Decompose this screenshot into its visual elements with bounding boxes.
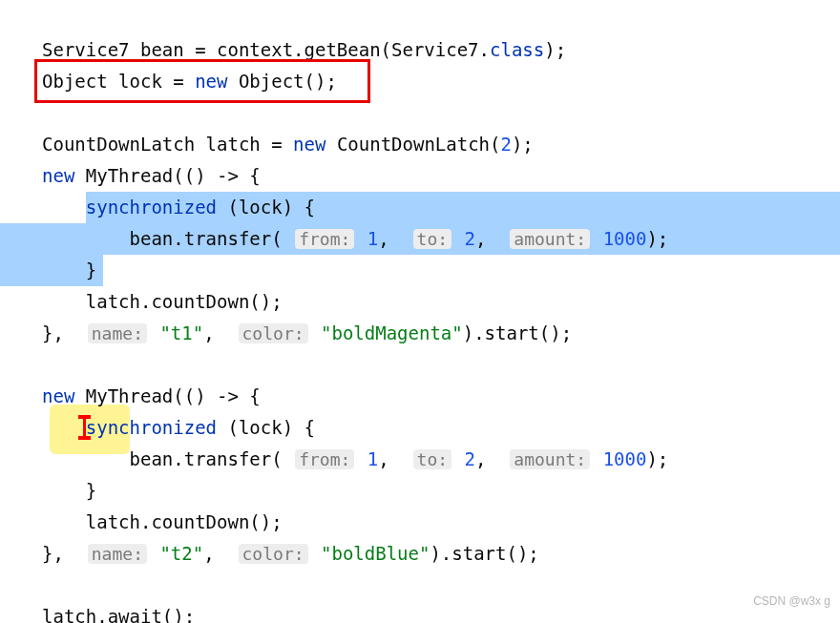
code-line[interactable]: synchronized (lock) { [0, 192, 840, 223]
param-hint-amount: amount: [510, 449, 590, 469]
code-line[interactable]: Service7 bean = context.getBean(Service7… [0, 34, 840, 66]
param-hint-from: from: [295, 449, 354, 469]
param-hint-from: from: [295, 229, 354, 249]
param-hint-to: to: [413, 229, 452, 249]
code-line[interactable] [0, 349, 840, 381]
code-line[interactable]: }, name: "t1", color: "boldMagenta").sta… [0, 318, 840, 349]
code-line[interactable]: bean.transfer( from: 1, to: 2, amount: 1… [0, 223, 840, 255]
code-line[interactable]: } [0, 475, 840, 507]
code-line[interactable]: Object lock = new Object(); [0, 66, 840, 97]
param-hint-amount: amount: [510, 229, 590, 249]
watermark: CSDN @w3x g [753, 586, 830, 617]
code-line[interactable]: } [0, 255, 840, 286]
code-editor[interactable]: Service7 bean = context.getBean(Service7… [0, 0, 840, 623]
code-line[interactable]: latch.await(); [0, 601, 840, 623]
code-line[interactable]: CountDownLatch latch = new CountDownLatc… [0, 129, 840, 160]
param-hint-name: name: [88, 544, 147, 564]
code-line[interactable]: bean.transfer( from: 1, to: 2, amount: 1… [0, 444, 840, 475]
param-hint-color: color: [239, 323, 308, 343]
code-line[interactable] [0, 97, 840, 129]
code-line[interactable]: latch.countDown(); [0, 507, 840, 538]
code-line[interactable]: synchronized (lock) { [0, 412, 840, 444]
code-line[interactable]: latch.countDown(); [0, 286, 840, 318]
code-line[interactable]: new MyThread(() -> { [0, 381, 840, 412]
code-line[interactable]: }, name: "t2", color: "boldBlue").start(… [0, 538, 840, 570]
code-line[interactable]: new MyThread(() -> { [0, 160, 840, 192]
code-line[interactable] [0, 570, 840, 601]
param-hint-color: color: [239, 544, 308, 564]
text-caret [83, 416, 86, 439]
param-hint-to: to: [413, 449, 452, 469]
param-hint-name: name: [88, 323, 147, 343]
